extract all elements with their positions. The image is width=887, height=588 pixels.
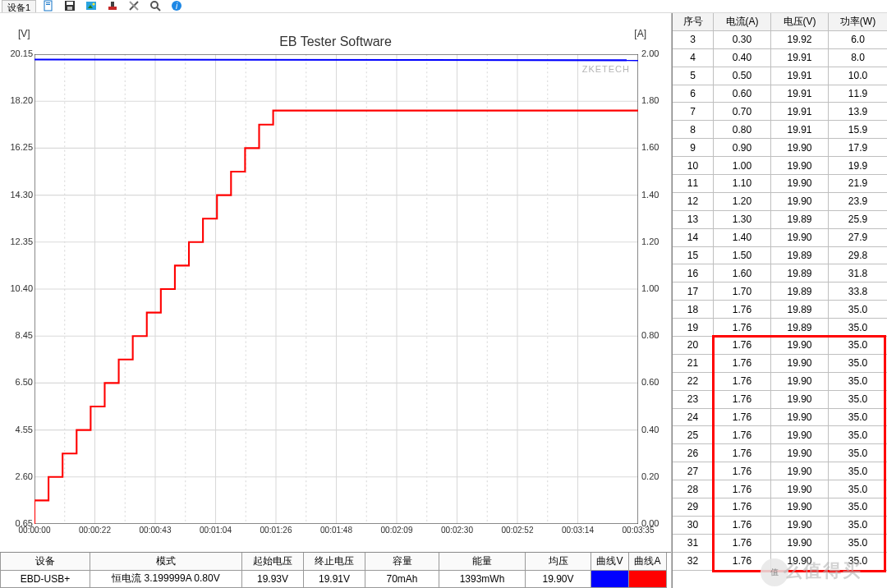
xtick: 00:03:35 [623,526,655,535]
xtick: 00:03:14 [562,526,594,535]
table-row[interactable]: 90.9019.9017.9 [673,139,887,157]
table-row[interactable]: 70.7019.9113.9 [673,103,887,121]
table-cell: 19.91 [771,85,829,103]
picture-icon[interactable] [85,0,97,11]
ytick-left: 4.55 [5,425,33,434]
xtick: 00:01:26 [260,526,292,535]
table-cell: 0.90 [714,139,771,157]
xtick: 00:00:22 [79,526,111,535]
table-cell: 19.90 [771,337,829,355]
table-cell: 1.76 [714,553,771,571]
clear-icon[interactable] [107,0,118,11]
table-row[interactable]: 301.7619.9035.0 [673,517,887,535]
table-cell: 35.0 [829,444,887,462]
table-cell: 10 [673,157,714,175]
ytick-left: 14.30 [5,190,33,200]
table-row[interactable]: 171.7019.8933.8 [673,283,887,301]
table-cell: 35.0 [829,319,887,337]
table-row[interactable]: 121.2019.9023.9 [673,193,887,211]
table-row[interactable]: 40.4019.918.0 [673,49,887,67]
table-cell: 19.9 [829,157,887,175]
help-icon[interactable]: i [171,0,182,11]
tools-icon[interactable] [128,0,140,11]
table-cell: 19.90 [771,462,829,480]
table-row[interactable]: 80.8019.9115.9 [673,121,887,139]
table-cell: 35.0 [829,480,887,498]
table-header: 功率(W) [829,13,887,31]
table-cell: 31.8 [829,264,887,283]
table-cell: 29.8 [829,247,887,265]
table-cell: 1.76 [714,517,771,535]
page-icon[interactable] [43,0,54,11]
table-cell: 35.0 [829,337,887,355]
table-cell: 20 [673,337,714,355]
table-cell: 33.8 [829,283,887,301]
table-row[interactable]: 101.0019.9019.9 [673,157,887,175]
table-cell: 23 [673,391,714,409]
status-value: 19.91V [304,571,365,589]
table-cell: 11.9 [829,85,887,103]
table-cell: 7 [673,103,714,121]
table-cell: 35.0 [829,355,887,373]
table-cell: 35.0 [829,426,887,444]
table-cell: 27 [673,462,714,480]
table-row[interactable]: 241.7619.9035.0 [673,409,887,427]
save-icon[interactable] [64,0,76,11]
xtick: 00:00:43 [140,526,172,535]
table-cell: 19.90 [771,139,829,157]
table-row[interactable]: 191.7619.8935.0 [673,319,887,337]
table-row[interactable]: 321.7619.9035.0 [673,553,887,571]
table-cell: 19.92 [771,31,829,49]
status-header: 曲线A [629,553,667,571]
status-header: 模式 [90,553,242,571]
table-row[interactable]: 50.5019.9110.0 [673,67,887,85]
table-row[interactable]: 131.3019.8925.9 [673,211,887,229]
svg-rect-1 [46,2,50,3]
table-cell: 12 [673,193,714,211]
table-row[interactable]: 281.7619.9035.0 [673,480,887,498]
table-row[interactable]: 261.7619.9035.0 [673,444,887,462]
table-row[interactable]: 291.7619.9035.0 [673,498,887,517]
table-cell: 19.91 [771,67,829,85]
table-cell: 35.0 [829,391,887,409]
table-cell: 19.91 [771,49,829,67]
ytick-right: 1.60 [641,142,666,152]
table-row[interactable]: 60.6019.9111.9 [673,85,887,103]
table-cell: 19.90 [771,480,829,498]
table-cell: 6.0 [829,31,887,49]
table-cell: 22 [673,373,714,391]
device-tab[interactable]: 设备1 [2,0,36,12]
table-row[interactable]: 271.7619.9035.0 [673,462,887,480]
table-cell: 1.20 [714,193,771,211]
table-row[interactable]: 141.4019.9027.9 [673,229,887,247]
table-cell: 1.10 [714,175,771,193]
table-row[interactable]: 251.7619.9035.0 [673,426,887,444]
svg-rect-4 [67,2,73,5]
chart-area[interactable]: [V] [A] EB Tester Software ZKETECH 20.15… [0,16,671,539]
table-row[interactable]: 30.3019.926.0 [673,31,887,49]
table-row[interactable]: 151.5019.8929.8 [673,247,887,265]
table-row[interactable]: 161.6019.8931.8 [673,264,887,283]
table-row[interactable]: 211.7619.9035.0 [673,355,887,373]
table-cell: 1.76 [714,444,771,462]
table-cell: 13.9 [829,103,887,121]
table-cell: 0.40 [714,49,771,67]
table-cell: 19.90 [771,391,829,409]
table-cell: 19.90 [771,229,829,247]
table-row[interactable]: 201.7619.9035.0 [673,337,887,355]
table-cell: 21 [673,355,714,373]
table-row[interactable]: 111.1019.9021.9 [673,175,887,193]
table-cell: 16 [673,264,714,283]
table-cell: 19.90 [771,193,829,211]
tab-bar: 设备1 i [0,0,887,13]
table-row[interactable]: 311.7619.9035.0 [673,535,887,553]
table-cell: 1.76 [714,355,771,373]
data-table[interactable]: 序号电流(A)电压(V)功率(W) 30.3019.926.040.4019.9… [672,13,887,588]
table-cell: 1.76 [714,480,771,498]
table-cell: 6 [673,85,714,103]
table-row[interactable]: 181.7619.8935.0 [673,301,887,319]
svg-point-13 [151,2,158,8]
table-row[interactable]: 221.7619.9035.0 [673,373,887,391]
zoom-icon[interactable] [149,0,161,11]
table-row[interactable]: 231.7619.9035.0 [673,391,887,409]
